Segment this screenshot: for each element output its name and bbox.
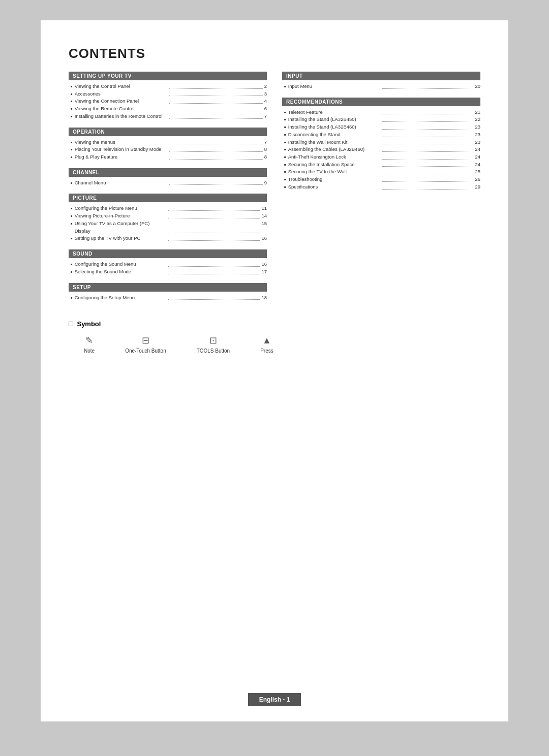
item-page: 16 <box>261 235 267 242</box>
item-page: 7 <box>264 139 267 146</box>
item-label: Accessories <box>75 90 168 98</box>
item-dots <box>382 160 474 167</box>
item-label: Viewing the Control Panel <box>75 83 168 90</box>
item-page: 26 <box>475 176 480 183</box>
list-item: Using Your TV as a Computer (PC) Display… <box>71 220 267 235</box>
item-dots <box>169 81 263 89</box>
item-label: Teletext Feature <box>288 109 380 116</box>
item-label: Configuring the Setup Menu <box>75 294 167 302</box>
item-label: Using Your TV as a Computer (PC) Display <box>75 220 167 235</box>
item-page: 6 <box>264 105 267 113</box>
left-column: Setting Up Your TVViewing the Control Pa… <box>69 72 267 308</box>
item-page: 11 <box>261 205 267 212</box>
section-header: Setting Up Your TV <box>69 72 267 80</box>
symbol-label: One-Touch Button <box>125 348 166 354</box>
item-dots <box>382 167 474 174</box>
section-header: Picture <box>69 194 267 202</box>
item-dots <box>169 89 263 97</box>
item-dots <box>382 144 474 152</box>
item-label: Securing the TV to the Wall <box>288 168 380 176</box>
item-dots <box>382 122 474 130</box>
list-item: Installing Batteries in the Remote Contr… <box>71 113 267 120</box>
item-dots <box>382 130 474 137</box>
item-page: 8 <box>264 153 267 161</box>
item-label: Placing Your Television in Standby Mode <box>75 146 168 153</box>
symbol-label: Note <box>84 348 95 354</box>
item-page: 23 <box>475 123 480 131</box>
item-dots <box>168 233 260 241</box>
item-page: 16 <box>261 261 267 268</box>
item-label: Plug & Play Feature <box>75 153 168 161</box>
item-dots <box>168 259 260 267</box>
section-items: Input Menu20 <box>282 83 480 90</box>
item-label: Viewing Picture-in-Picture <box>75 212 167 220</box>
symbol-item: ⊡TOOLS Button <box>197 335 230 354</box>
item-dots <box>169 96 263 104</box>
section-header: Setup <box>69 283 267 292</box>
section-items: Configuring the Picture Menu11Viewing Pi… <box>69 205 267 242</box>
item-label: Viewing the menus <box>75 139 168 146</box>
section-items: Configuring the Sound Menu16Selecting th… <box>69 261 267 275</box>
symbol-item: ⊟One-Touch Button <box>125 335 166 354</box>
item-page: 15 <box>261 220 267 235</box>
section: PictureConfiguring the Picture Menu11Vie… <box>69 194 267 242</box>
item-label: Specifications <box>288 183 380 191</box>
item-label: Configuring the Sound Menu <box>75 261 167 268</box>
item-label: Installing the Stand (LA32B450) <box>288 116 380 123</box>
list-item: Plug & Play Feature8 <box>71 153 267 161</box>
section-items: Viewing the Control Panel2Accessories3Vi… <box>69 83 267 120</box>
item-page: 9 <box>264 179 267 187</box>
item-page: 3 <box>264 90 267 98</box>
section: InputInput Menu20 <box>282 72 480 90</box>
item-label: Installing the Wall Mount Kit <box>288 139 380 146</box>
list-item: Input Menu20 <box>284 83 480 90</box>
footer: English - 1 <box>41 693 508 706</box>
section-items: Configuring the Setup Menu18 <box>69 294 267 302</box>
item-label: Securing the Installation Space <box>288 161 380 169</box>
item-label: Setting up the TV with your PC <box>75 235 167 242</box>
item-page: 22 <box>475 116 480 123</box>
page-title: CONTENTS <box>69 46 480 61</box>
item-label: Viewing the Connection Panel <box>75 98 168 105</box>
item-dots <box>382 152 474 160</box>
item-label: Anti-Theft Kensington Lock <box>288 153 380 161</box>
item-page: 14 <box>261 212 267 220</box>
list-item: Selecting the Sound Mode17 <box>71 268 267 276</box>
item-page: 24 <box>475 153 480 161</box>
item-dots <box>169 137 263 145</box>
symbol-icon: ✎ <box>85 335 93 346</box>
item-page: 29 <box>475 183 480 191</box>
section-items: Viewing the menus7Placing Your Televisio… <box>69 139 267 161</box>
item-label: Disconnecting the Stand <box>288 131 380 139</box>
list-item: Specifications29 <box>284 183 480 191</box>
section: OperationViewing the menus7Placing Your … <box>69 128 267 161</box>
item-label: Assembling the Cables (LA32B460) <box>288 146 380 153</box>
item-page: 4 <box>264 98 267 105</box>
item-label: Installing Batteries in the Remote Contr… <box>75 113 168 120</box>
item-page: 20 <box>475 83 480 90</box>
section: Setting Up Your TVViewing the Control Pa… <box>69 72 267 120</box>
item-label: Installing the Stand (LA32B460) <box>288 123 380 131</box>
item-label: Input Menu <box>288 83 380 90</box>
right-column: InputInput Menu20RecommendationsTeletext… <box>282 72 480 308</box>
item-page: 7 <box>264 113 267 120</box>
section-header: Channel <box>69 168 267 177</box>
item-page: 25 <box>475 168 480 176</box>
item-dots <box>169 152 263 160</box>
list-item: Channel Menu9 <box>71 179 267 187</box>
item-page: 23 <box>475 139 480 146</box>
symbol-label: Press <box>260 348 273 354</box>
item-label: Channel Menu <box>75 179 168 187</box>
symbol-title: Symbol <box>69 320 480 328</box>
item-dots <box>382 182 474 190</box>
symbols-row: ✎Note⊟One-Touch Button⊡TOOLS Button▲Pres… <box>69 335 480 354</box>
footer-badge: English - 1 <box>248 693 301 706</box>
item-dots <box>382 114 474 122</box>
item-page: 2 <box>264 83 267 90</box>
section: RecommendationsTeletext Feature21Install… <box>282 98 480 191</box>
item-dots <box>169 111 263 119</box>
symbol-label: TOOLS Button <box>197 348 230 354</box>
section-header: Recommendations <box>282 98 480 106</box>
section-items: Teletext Feature21Installing the Stand (… <box>282 109 480 191</box>
item-dots <box>169 144 263 152</box>
